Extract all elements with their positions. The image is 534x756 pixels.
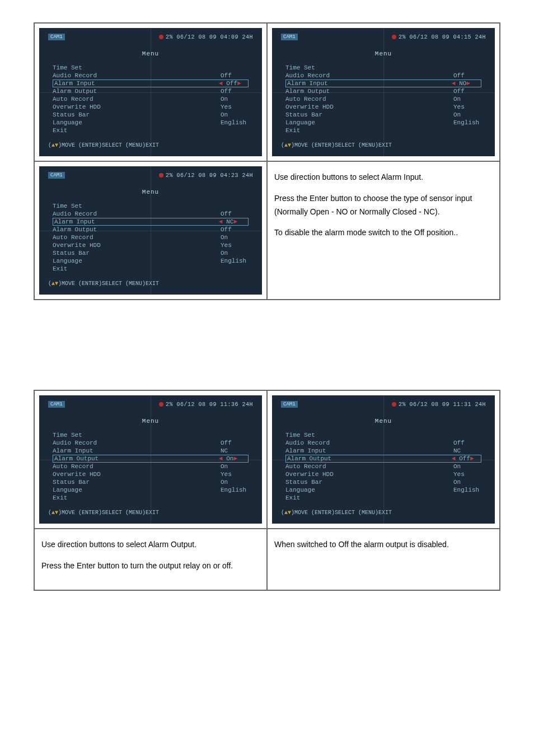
arrow-right-icon: ► — [233, 218, 237, 225]
menu-row-label: Exit — [285, 494, 364, 501]
menu-row-label: Auto Record — [53, 96, 131, 102]
menu-row-label: Overwrite HDD — [53, 242, 131, 249]
menu-row-value — [221, 432, 249, 438]
desc-line: When switched to Off the alarm output is… — [274, 538, 493, 552]
menu-row-label: Time Set — [285, 64, 364, 71]
camera-badge: CAM1 — [281, 401, 298, 408]
record-icon — [159, 35, 163, 39]
menu-row-label: Audio Record — [53, 440, 131, 446]
menu-row-label: Auto Record — [53, 463, 131, 470]
menu-row-value — [453, 432, 481, 438]
menu-row-value: On — [221, 96, 249, 102]
menu-row-label: Alarm Input — [54, 80, 133, 87]
dvr-screen: CAM12% 06/12 08 09 04:15 24HMenuTime Set… — [272, 28, 495, 156]
menu-row-label: Audio Record — [53, 211, 131, 217]
menu-row-value: Yes — [453, 104, 481, 110]
cell-desc-alarm-input: Use direction buttons to select Alarm In… — [267, 161, 500, 300]
grid-bottom: CAM12% 06/12 08 09 11:36 24HMenuTime Set… — [34, 390, 500, 591]
arrow-right-icon: ► — [466, 80, 470, 87]
menu-row-label: Alarm Output — [287, 455, 366, 462]
menu-row-value: Off — [221, 72, 249, 79]
dvr-screen: CAM12% 06/12 08 09 11:31 24HMenuTime Set… — [272, 395, 495, 524]
updown-icon: ▲▼ — [51, 281, 58, 287]
updown-icon: ▲▼ — [284, 510, 291, 516]
desc-line: Use direction buttons to select Alarm In… — [274, 171, 493, 184]
dvr-screen: CAM12% 06/12 08 09 04:23 24HMenuTime Set… — [39, 166, 262, 295]
desc-line: Press the Enter button to choose the typ… — [274, 192, 493, 219]
updown-icon: ▲▼ — [284, 142, 291, 148]
menu-row-value — [221, 494, 249, 501]
menu-row-value: On — [453, 479, 481, 486]
cell-screen-2: CAM12% 06/12 08 09 04:15 24HMenuTime Set… — [267, 23, 500, 161]
dvr-screen: CAM12% 06/12 08 09 04:09 24HMenuTime Set… — [39, 28, 262, 156]
menu-row-value: ◄ Off► — [219, 80, 247, 87]
menu-row-label: Overwrite HDD — [285, 104, 364, 110]
timestamp: 2% 06/12 08 09 04:15 24H — [392, 34, 486, 40]
menu-row-value: English — [221, 258, 249, 264]
menu-row-label: Overwrite HDD — [285, 471, 364, 478]
menu-row-value: On — [453, 463, 481, 470]
description-text: Use direction buttons to select Alarm In… — [272, 166, 495, 252]
menu-row-value: On — [221, 250, 249, 256]
menu-row-value: On — [221, 234, 249, 241]
dvr-screen: CAM12% 06/12 08 09 11:36 24HMenuTime Set… — [39, 395, 262, 524]
menu-row-label: Auto Record — [285, 96, 364, 102]
grid-top: CAM12% 06/12 08 09 04:09 24HMenuTime Set… — [34, 22, 500, 300]
menu-row-value: Yes — [453, 471, 481, 478]
menu-row-label: Status Bar — [285, 111, 364, 118]
menu-row-label: Overwrite HDD — [53, 471, 131, 478]
menu-row-label: Overwrite HDD — [53, 104, 131, 110]
menu-row-value: Off — [221, 226, 249, 233]
menu-row-label: Status Bar — [285, 479, 364, 486]
menu-row-label: Alarm Output — [53, 226, 131, 233]
menu-row-label: Language — [53, 258, 131, 264]
menu-row-value — [453, 494, 481, 501]
cell-screen-1: CAM12% 06/12 08 09 04:09 24HMenuTime Set… — [34, 23, 267, 161]
arrow-right-icon: ► — [470, 455, 474, 462]
menu-row-value: Off — [221, 440, 249, 446]
menu-row-value: ◄ Off► — [452, 455, 480, 462]
menu-row-label: Audio Record — [285, 440, 364, 446]
menu-row-value — [221, 64, 249, 71]
menu-row-label: Language — [53, 487, 131, 493]
menu-row-label: Alarm Output — [285, 88, 364, 95]
cell-screen-4: CAM12% 06/12 08 09 11:36 24HMenuTime Set… — [34, 390, 267, 529]
arrow-left-icon: ◄ — [219, 455, 226, 462]
camera-badge: CAM1 — [281, 34, 298, 40]
menu-row-value: Off — [221, 211, 249, 217]
menu-row-value: ◄ NC► — [219, 218, 247, 225]
description-text: Use direction buttons to select Alarm Ou… — [39, 534, 262, 585]
menu-row-value: Off — [221, 88, 249, 95]
arrow-left-icon: ◄ — [452, 80, 459, 87]
menu-row-label: Auto Record — [53, 234, 131, 241]
menu-row-label: Time Set — [53, 432, 131, 438]
arrow-right-icon: ► — [233, 455, 237, 462]
menu-row-value: ◄ NO► — [452, 80, 480, 87]
menu-row-label: Status Bar — [53, 111, 131, 118]
timestamp: 2% 06/12 08 09 04:09 24H — [159, 34, 253, 40]
menu-row-value — [453, 64, 481, 71]
menu-row-value: Yes — [221, 471, 249, 478]
record-icon — [159, 402, 163, 407]
menu-row-value: Off — [453, 88, 481, 95]
menu-row-value: English — [453, 119, 481, 126]
menu-row-label: Auto Record — [285, 463, 364, 470]
menu-row-value: NC — [221, 447, 249, 454]
menu-row-label: Alarm Input — [53, 447, 131, 454]
timestamp: 2% 06/12 08 09 04:23 24H — [159, 172, 253, 179]
arrow-left-icon: ◄ — [219, 80, 226, 87]
menu-row-value: English — [221, 119, 249, 126]
menu-row-label: Alarm Input — [285, 447, 364, 454]
arrow-right-icon: ► — [237, 80, 241, 87]
menu-row-value: English — [453, 487, 481, 493]
menu-row-label: Language — [285, 487, 364, 493]
cell-desc-alarm-output-left: Use direction buttons to select Alarm Ou… — [34, 529, 267, 590]
menu-row-label: Exit — [53, 265, 131, 272]
cell-desc-alarm-output-right: When switched to Off the alarm output is… — [267, 529, 500, 590]
menu-row-value — [221, 203, 249, 209]
desc-line: To disable the alarm mode switch to the … — [274, 226, 493, 240]
arrow-left-icon: ◄ — [452, 455, 459, 462]
camera-badge: CAM1 — [48, 172, 65, 179]
menu-row-value: English — [221, 487, 249, 493]
menu-row-label: Status Bar — [53, 250, 131, 256]
